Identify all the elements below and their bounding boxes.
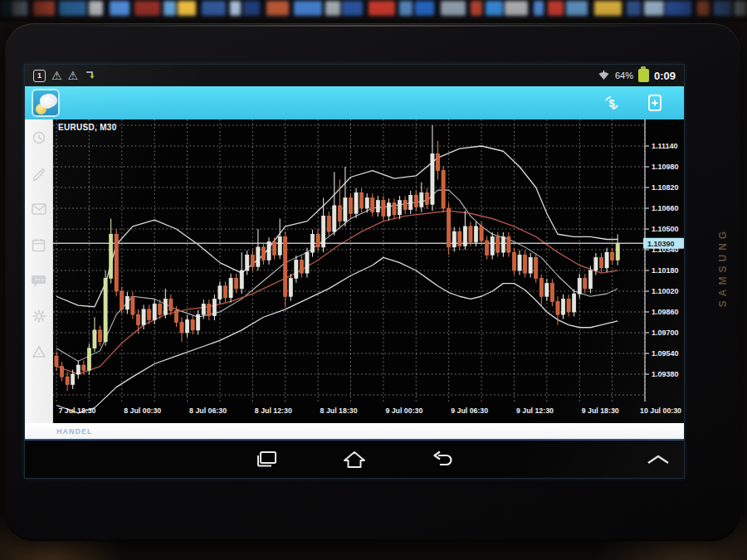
usb-debug-icon [84,69,97,82]
expand-toolbar-button[interactable] [644,449,672,470]
price-chart[interactable]: EURUSD, M30 1.111401.109801.108201.10660… [53,119,684,423]
clock-label: 0:09 [654,70,676,82]
tablet-screen: 1 ⚠ ⚠ 64% 0:09 [25,65,684,478]
sidebar [25,119,53,423]
mail-icon [32,203,46,215]
svg-text:$: $ [608,97,615,110]
bull-icon [38,92,58,110]
svg-text:1.10980: 1.10980 [652,163,679,171]
pen-icon [32,166,46,181]
svg-text:8 Jul 12:30: 8 Jul 12:30 [255,407,292,415]
svg-text:8 Jul 06:30: 8 Jul 06:30 [189,407,227,415]
sidebar-item-mail[interactable] [31,201,47,217]
recent-apps-button[interactable] [252,449,281,470]
sidebar-item-journal[interactable] [31,343,47,360]
warning-icon: ⚠ [68,70,79,81]
app-toolbar: $ [25,86,684,119]
notification-count-icon: 1 [33,70,46,82]
svg-text:1.10500: 1.10500 [652,225,679,233]
quotes-icon [32,130,46,145]
chart-symbol-label: EURUSD, M30 [58,123,117,132]
bottom-tab-bar: HANDEL [25,423,684,441]
background-fade [0,0,747,22]
svg-text:7 Jul 18:30: 7 Jul 18:30 [59,407,96,415]
svg-text:9 Jul 06:30: 9 Jul 06:30 [451,407,488,415]
trade-currency-button[interactable]: $ [601,92,622,114]
sidebar-item-quotes[interactable] [31,129,47,146]
new-order-icon [646,93,664,113]
tab-trade[interactable]: HANDEL [56,427,93,436]
app-body: EURUSD, M30 1.111401.109801.108201.10660… [25,119,684,423]
tablet-device: SAMSUNG 1 ⚠ ⚠ 64% 0:09 [5,23,740,541]
back-button[interactable] [428,449,456,470]
svg-text:9 Jul 18:30: 9 Jul 18:30 [582,407,619,415]
svg-text:8 Jul 00:30: 8 Jul 00:30 [124,407,161,415]
sidebar-item-charts[interactable] [31,165,47,182]
home-icon [343,450,366,469]
sidebar-item-calendar[interactable] [31,236,47,253]
samsung-logo: SAMSUNG [717,217,730,317]
svg-text:1.10390: 1.10390 [647,240,675,248]
svg-text:1.11140: 1.11140 [652,142,678,150]
metatrader-app-icon[interactable] [32,89,60,117]
svg-text:9 Jul 00:30: 9 Jul 00:30 [385,407,422,415]
svg-text:1.09860: 1.09860 [652,308,679,316]
svg-text:1.09700: 1.09700 [652,329,679,337]
svg-text:10 Jul 00:30: 10 Jul 00:30 [640,407,681,415]
recent-apps-icon [256,450,277,469]
home-button[interactable] [340,449,369,470]
svg-text:9 Jul 12:30: 9 Jul 12:30 [516,407,554,415]
new-order-button[interactable] [644,92,666,114]
svg-text:1.10660: 1.10660 [652,204,679,212]
chevron-up-icon [646,454,671,465]
battery-percent-label: 64% [615,71,633,80]
android-nav-bar [25,441,684,478]
warning-icon: ⚠ [51,70,62,81]
chart-svg: 1.111401.109801.108201.106601.105001.103… [53,119,684,423]
svg-text:1.10020: 1.10020 [652,287,679,295]
svg-text:1.10820: 1.10820 [652,183,679,192]
battery-icon [638,69,649,82]
journal-icon [32,345,46,358]
dollar-sync-icon: $ [602,93,622,113]
gear-icon [32,309,46,324]
calendar-icon [32,238,46,252]
back-icon [432,450,453,469]
chat-icon [32,274,46,288]
status-bar: 1 ⚠ ⚠ 64% 0:09 [25,65,684,86]
svg-text:1.09540: 1.09540 [652,349,679,358]
sidebar-item-chat[interactable] [31,272,47,289]
svg-text:1.10180: 1.10180 [652,266,679,275]
svg-text:1.09380: 1.09380 [652,370,679,378]
wifi-icon [598,70,610,81]
sidebar-item-settings[interactable] [31,308,47,324]
svg-text:8 Jul 18:30: 8 Jul 18:30 [320,407,358,415]
